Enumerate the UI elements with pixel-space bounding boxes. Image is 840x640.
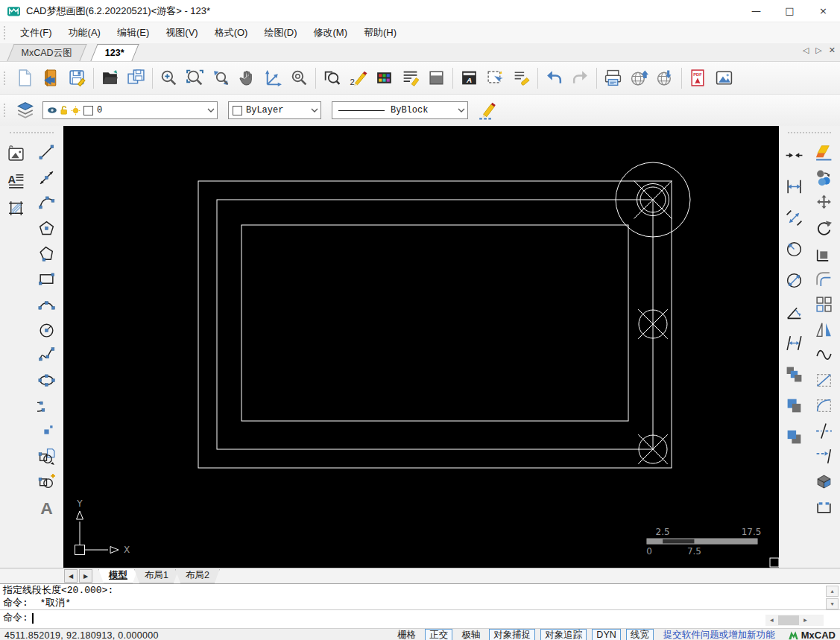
dim-diameter-button[interactable]	[780, 264, 807, 296]
order-swap-button[interactable]	[780, 421, 807, 452]
zoom-center-button[interactable]	[286, 65, 312, 91]
tab-mxcad-cloud[interactable]: MxCAD云图	[7, 44, 86, 61]
layer-dropdown-arrow-icon[interactable]	[204, 102, 217, 118]
menu-edit[interactable]: 编辑(E)	[109, 24, 157, 42]
scroll-left-icon[interactable]: ◄	[765, 615, 778, 626]
text-lines-button[interactable]	[397, 65, 423, 91]
image-export-button[interactable]	[711, 65, 737, 91]
menu-draw[interactable]: 绘图(D)	[256, 24, 305, 42]
wipeout-button[interactable]	[423, 65, 449, 91]
scroll-up-icon[interactable]: ▲	[826, 586, 839, 597]
menu-modify[interactable]: 修改(M)	[305, 24, 356, 42]
save-button[interactable]	[64, 65, 90, 91]
mtext-button[interactable]: A	[2, 167, 29, 194]
new-button[interactable]	[12, 65, 38, 91]
web-import-button[interactable]	[652, 65, 678, 91]
fillet-button[interactable]	[810, 393, 837, 418]
image-insert-button[interactable]	[2, 139, 29, 167]
stretch-button[interactable]	[810, 494, 837, 519]
toggle-ortho[interactable]: 正交	[425, 629, 452, 640]
break-button[interactable]	[810, 418, 837, 443]
layer-lock-icon[interactable]	[60, 106, 69, 115]
web-publish-button[interactable]	[626, 65, 652, 91]
layer-select[interactable]: 0	[42, 101, 218, 119]
xline-button[interactable]	[33, 165, 60, 190]
toggle-otrack[interactable]: 对象追踪	[540, 629, 587, 640]
rectangle-button[interactable]	[33, 266, 60, 291]
tab-scroll-right-icon[interactable]: ▷	[815, 45, 821, 55]
text-style-button[interactable]: A	[456, 65, 482, 91]
undo-button[interactable]	[541, 65, 567, 91]
tab-scroll-left-icon[interactable]: ◁	[803, 45, 809, 55]
scrollbar-thumb[interactable]	[778, 615, 799, 625]
palette-button[interactable]	[371, 65, 397, 91]
erase-button[interactable]	[810, 139, 837, 165]
copy-button[interactable]	[810, 165, 837, 190]
circle-button[interactable]	[33, 317, 60, 342]
scroll-down-icon[interactable]: ▼	[826, 598, 839, 609]
layer-manager-button[interactable]	[12, 98, 38, 124]
toggle-polar[interactable]: 极轴	[458, 630, 484, 640]
menu-help[interactable]: 帮助(H)	[356, 24, 405, 42]
spline-button[interactable]	[33, 342, 60, 367]
measure-axes-button[interactable]	[260, 65, 286, 91]
open-drawing-button[interactable]	[38, 65, 64, 91]
command-vertical-scrollbar[interactable]: ▲ ▼	[826, 586, 839, 609]
arc-button[interactable]	[33, 190, 60, 215]
toggle-osnap[interactable]: 对象捕捉	[489, 629, 535, 640]
dim-aligned-button[interactable]	[780, 202, 807, 233]
toggle-dyn[interactable]: DYN	[592, 629, 620, 640]
line-button[interactable]	[33, 139, 60, 165]
command-input[interactable]: 命令:	[0, 609, 840, 627]
box-3d-button[interactable]	[810, 469, 837, 494]
find-text-button[interactable]	[319, 65, 345, 91]
close-button[interactable]: ×	[806, 0, 840, 22]
maximize-button[interactable]: □	[773, 0, 806, 22]
polyline-button[interactable]	[33, 241, 60, 266]
zoom-window-button[interactable]	[182, 65, 208, 91]
pdf-export-button[interactable]: PDF	[685, 65, 711, 91]
toggle-grid[interactable]: 栅格	[394, 630, 420, 640]
dim-angular-button[interactable]	[780, 296, 807, 327]
match-props-button[interactable]	[508, 65, 534, 91]
hatch-button[interactable]	[2, 194, 29, 222]
redo-button[interactable]	[567, 65, 593, 91]
linetype-select[interactable]: ByBlock	[332, 101, 468, 119]
chamfer-button[interactable]	[810, 367, 837, 393]
layer-color-swatch[interactable]	[83, 106, 93, 115]
layout-prev-icon[interactable]: ◀	[64, 569, 78, 583]
scale-button[interactable]	[810, 241, 837, 266]
save-as-button[interactable]	[123, 65, 149, 91]
text-single-button[interactable]: A	[33, 494, 60, 519]
order-back-button[interactable]	[780, 358, 807, 390]
layer-on-icon[interactable]	[71, 106, 80, 115]
minimize-button[interactable]: —	[739, 0, 773, 22]
point-button[interactable]	[33, 418, 60, 443]
array-button[interactable]	[810, 291, 837, 317]
quick-select-button[interactable]	[482, 65, 508, 91]
block-create-button[interactable]	[33, 469, 60, 494]
command-window[interactable]: 指定线段长度<20.000>: 命令: *取消* 命令: ▲ ▼ ◄ ►	[0, 583, 840, 628]
move-button[interactable]	[810, 190, 837, 215]
dim-radius-button[interactable]	[780, 233, 807, 264]
color-select[interactable]: ByLayer	[228, 101, 321, 119]
curve-button[interactable]	[810, 342, 837, 367]
linetype-manager-button[interactable]	[474, 98, 500, 124]
arc-3pt-button[interactable]	[33, 291, 60, 317]
rotate-button[interactable]	[810, 215, 837, 241]
linetype-dropdown-arrow-icon[interactable]	[455, 102, 467, 118]
tab-layout1[interactable]: 布局1	[134, 569, 179, 583]
menu-function[interactable]: 功能(A)	[60, 24, 109, 42]
order-front-button[interactable]	[780, 390, 807, 421]
zoom-in-button[interactable]	[156, 65, 182, 91]
open-folder-button[interactable]	[97, 65, 123, 91]
feedback-link[interactable]: 提交软件问题或增加新功能	[663, 629, 775, 640]
dim-linear-button[interactable]	[780, 171, 807, 202]
pan-button[interactable]	[234, 65, 260, 91]
extend-button[interactable]	[810, 443, 837, 469]
block-insert-button[interactable]	[33, 443, 60, 469]
tab-model[interactable]: 模型	[98, 569, 138, 583]
mirror-button[interactable]	[810, 317, 837, 342]
tab-123[interactable]: 123*	[90, 44, 139, 61]
menu-file[interactable]: 文件(F)	[12, 24, 60, 42]
